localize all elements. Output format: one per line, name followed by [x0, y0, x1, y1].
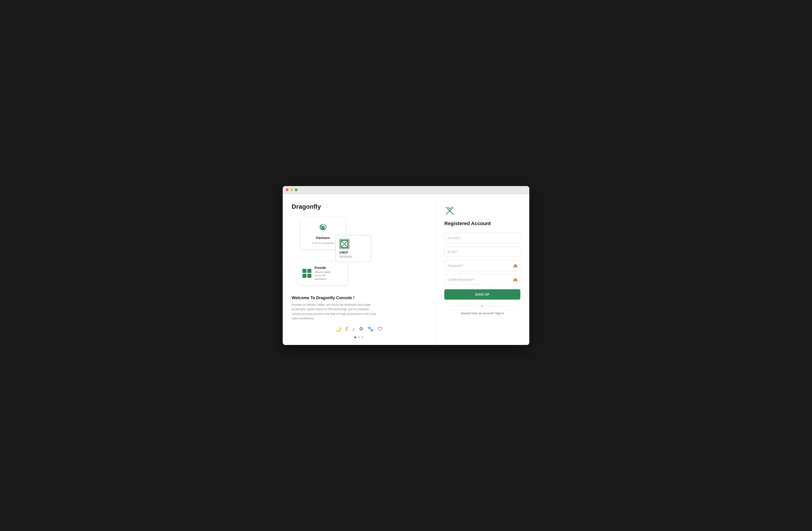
account-form-group: [444, 233, 520, 243]
email-input[interactable]: [444, 247, 520, 257]
dragonfly-logo: [444, 205, 455, 216]
svg-line-14: [450, 207, 451, 209]
registered-account-title: Registered Account: [444, 221, 491, 226]
pagination-dot-3[interactable]: [362, 336, 363, 338]
welcome-section: Welcome To Dragonfly Console ! Provides …: [292, 296, 426, 321]
window-content: Dragonfly Partners From 6 companies: [283, 194, 529, 345]
close-button[interactable]: [286, 188, 289, 191]
partners-icon: [318, 222, 329, 233]
svg-line-9: [446, 207, 450, 211]
provide-card: Provide Efficient,stable,secure filedist…: [299, 262, 348, 285]
signin-row: Already have an account? Sign in: [444, 311, 520, 315]
maximize-button[interactable]: [295, 188, 298, 191]
svg-rect-7: [302, 274, 306, 278]
cards-area: Partners From 6 companies CNC: [292, 217, 426, 289]
svg-point-15: [449, 210, 450, 211]
company-icon-5: 🐾: [367, 326, 374, 332]
or-line-left: [444, 306, 478, 306]
or-line-right: [486, 306, 520, 306]
confirm-password-form-group: 🙈: [444, 275, 520, 285]
svg-line-13: [448, 207, 450, 209]
signup-button[interactable]: SIGN UP: [444, 289, 520, 299]
svg-rect-8: [307, 274, 311, 278]
partners-title: Partners: [316, 236, 330, 240]
minimize-button[interactable]: [290, 188, 293, 191]
pagination-dot-1[interactable]: [354, 336, 356, 338]
account-input[interactable]: [444, 233, 520, 243]
title-bar: [283, 186, 529, 194]
welcome-description: Provides an efficient, stable, and secur…: [292, 303, 377, 321]
company-icon-4: ⚙: [359, 326, 363, 332]
or-text: or: [481, 304, 484, 307]
company-icon-2: ℰ: [346, 326, 348, 332]
company-icon-3: ♪: [352, 326, 355, 332]
cncf-card: CNCF Incubating: [335, 235, 371, 262]
provide-text-area: Provide Efficient,stable,secure filedist…: [315, 266, 331, 281]
welcome-title: Welcome To Dragonfly Console !: [292, 296, 426, 300]
pagination-dots: [292, 336, 426, 338]
confirm-password-input[interactable]: [444, 275, 520, 285]
provide-icon: [302, 269, 311, 278]
password-input[interactable]: [444, 261, 520, 271]
right-panel: Registered Account 🙈 🙈 SIGN UP: [435, 194, 529, 345]
svg-rect-5: [302, 269, 306, 273]
pagination-dot-2[interactable]: [358, 336, 360, 338]
confirm-password-toggle-icon[interactable]: 🙈: [513, 277, 518, 282]
company-icon-1: 🌙: [335, 326, 342, 332]
cncf-name: CNCF: [339, 251, 348, 254]
partners-subtitle: From 6 companies: [312, 241, 334, 244]
svg-line-11: [446, 211, 450, 214]
password-form-group: 🙈: [444, 261, 520, 271]
cncf-logo: [339, 239, 349, 249]
svg-line-12: [450, 211, 453, 214]
provide-title: Provide: [315, 266, 331, 269]
svg-rect-6: [307, 269, 311, 273]
left-panel: Dragonfly Partners From 6 companies: [283, 194, 435, 345]
company-icon-6: 🛡: [378, 326, 382, 332]
email-form-group: [444, 247, 520, 257]
provide-description: Efficient,stable,secure filedistribution: [315, 270, 331, 281]
signin-link[interactable]: Sign in: [495, 311, 504, 315]
or-divider: or: [444, 304, 520, 307]
company-logos-row: 🌙 ℰ ♪ ⚙ 🐾 🛡: [292, 326, 426, 332]
password-toggle-icon[interactable]: 🙈: [513, 264, 518, 268]
cncf-status: Incubating: [339, 255, 352, 258]
svg-line-10: [450, 207, 453, 211]
signin-prompt: Already have an account?: [461, 311, 494, 315]
mac-window: Dragonfly Partners From 6 companies: [283, 186, 529, 345]
app-title: Dragonfly: [292, 203, 426, 210]
